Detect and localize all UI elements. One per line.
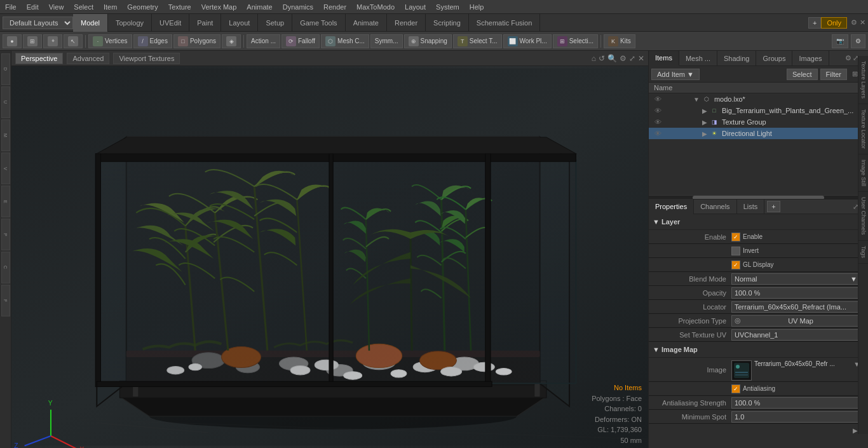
menu-maxtomodo[interactable]: MaxToModo: [351, 2, 400, 12]
tree-item-root[interactable]: 👁 ▼ ⬡ modo.lxo*: [649, 93, 868, 105]
sidebar-item-de[interactable]: D: [1, 53, 10, 85]
antialiasing-checkbox[interactable]: ✓: [731, 384, 740, 393]
tree-item-mesh[interactable]: 👁 ▶ □ Big_Terrarium_with_Plants_and_Gree…: [649, 105, 868, 116]
tab-schematic-fusion[interactable]: Schematic Fusion: [469, 14, 540, 32]
toolbar-polygons[interactable]: □ Polygons: [173, 34, 220, 48]
sidebar-item-em[interactable]: E: [1, 186, 10, 217]
texture-tab-tags[interactable]: Tags: [858, 241, 868, 264]
only-button[interactable]: Only: [821, 17, 847, 29]
viewport-tab-textures[interactable]: Viewport Textures: [113, 53, 180, 64]
tree-item-dirlight[interactable]: 👁 ▶ ☀ Directional Light: [649, 128, 868, 139]
tab-uvedit[interactable]: UVEdit: [152, 14, 189, 32]
menu-help[interactable]: Help: [465, 2, 489, 12]
viewport-expand-icon[interactable]: ⤢: [629, 54, 635, 63]
toolbar-work-pl[interactable]: ⬜ Work Pl...: [503, 34, 552, 48]
projection-dropdown[interactable]: ◎ UV Map ▼: [731, 315, 868, 327]
tree-arrow-mesh[interactable]: ▶: [702, 107, 707, 114]
toolbar-select-mode[interactable]: ↖: [64, 34, 83, 48]
tree-arrow-texgrp[interactable]: ▶: [702, 119, 707, 126]
layout-select[interactable]: Default Layouts: [3, 17, 73, 29]
tab-channels[interactable]: Channels: [694, 199, 736, 214]
tree-item-texgrp[interactable]: 👁 ▶ ◨ Texture Group: [649, 116, 868, 128]
toolbar-falloff[interactable]: ⟳ Falloff: [281, 34, 320, 48]
tab-model[interactable]: Model: [73, 14, 108, 32]
tab-properties[interactable]: Properties: [649, 199, 694, 214]
toolbar-select-t[interactable]: T Select T...: [453, 34, 502, 48]
add-item-button[interactable]: Add Item ▼: [651, 69, 700, 80]
menu-texture[interactable]: Texture: [163, 2, 196, 12]
locator-dropdown[interactable]: Terrarium_60x45x60_Refract (Ima... ▼: [731, 301, 868, 313]
tab-items[interactable]: Items: [649, 51, 679, 66]
image-map-arrow[interactable]: ▼: [653, 346, 660, 353]
invert-checkbox[interactable]: [731, 247, 740, 255]
toolbar-indicator[interactable]: ●: [3, 34, 22, 48]
viewport-close-icon[interactable]: ✕: [638, 54, 644, 63]
layer-arrow[interactable]: ▼: [653, 218, 660, 226]
toolbar-grid[interactable]: ⊞: [23, 34, 42, 48]
menu-select[interactable]: Select: [69, 2, 98, 12]
tab-topology[interactable]: Topology: [108, 14, 152, 32]
menu-dynamics[interactable]: Dynamics: [278, 2, 318, 12]
texture-tab-locator[interactable]: Texture Locator: [858, 104, 868, 154]
menu-geometry[interactable]: Geometry: [122, 2, 163, 12]
gl-display-checkbox[interactable]: ✓: [731, 261, 740, 269]
tab-gametools[interactable]: Game Tools: [292, 14, 346, 32]
menu-file[interactable]: File: [0, 2, 22, 12]
viewport-rotate-icon[interactable]: ↺: [599, 54, 605, 63]
tab-render[interactable]: Render: [387, 14, 426, 32]
panel-expand-icon[interactable]: ⊞: [852, 70, 858, 78]
viewport-home-icon[interactable]: ⌂: [592, 54, 596, 63]
toolbar-snapping[interactable]: ⊕ Snapping: [404, 34, 452, 48]
toolbar-settings-icon[interactable]: ⚙: [851, 34, 865, 48]
toolbar-action[interactable]: Action ...: [247, 34, 280, 48]
tab-mesh[interactable]: Mesh ...: [679, 51, 717, 66]
sidebar-item-f[interactable]: F: [1, 285, 10, 316]
toolbar-selecti[interactable]: ⊞ Selecti...: [553, 34, 598, 48]
tree-eye-dirlight[interactable]: 👁: [651, 130, 664, 137]
close-layout-icon[interactable]: ✕: [860, 18, 865, 27]
toolbar-edges[interactable]: / Edges: [133, 34, 172, 48]
tab-scripting[interactable]: Scripting: [426, 14, 469, 32]
tab-setup[interactable]: Setup: [258, 14, 292, 32]
toolbar-vertices[interactable]: · Vertices: [88, 34, 132, 48]
toolbar-kits[interactable]: K Kits: [604, 34, 635, 48]
add-layout-button[interactable]: +: [808, 17, 821, 29]
tab-animate[interactable]: Animate: [346, 14, 387, 32]
tab-lists[interactable]: Lists: [737, 199, 765, 214]
sidebar-item-po[interactable]: P: [1, 219, 10, 250]
sidebar-item-ve[interactable]: V: [1, 153, 10, 184]
min-spot-input[interactable]: [731, 411, 860, 423]
toolbar-mesh[interactable]: ⬡ Mesh C...: [321, 34, 369, 48]
props-add-tab-button[interactable]: +: [767, 201, 780, 212]
menu-render[interactable]: Render: [318, 2, 351, 12]
filter-button[interactable]: Filter: [820, 69, 847, 80]
sidebar-item-c[interactable]: C: [1, 252, 10, 283]
texture-tab-layers[interactable]: Texture Layers: [858, 56, 868, 104]
tree-eye-root[interactable]: 👁: [651, 95, 664, 103]
toolbar-camera-icon[interactable]: 📷: [832, 34, 848, 48]
tree-eye-mesh[interactable]: 👁: [651, 107, 664, 114]
select-button[interactable]: Select: [787, 69, 818, 80]
viewport-tab-perspective[interactable]: Perspective: [15, 53, 63, 64]
sidebar-item-me[interactable]: M: [1, 119, 10, 151]
viewport-zoom-icon[interactable]: 🔍: [607, 54, 617, 63]
tab-shading[interactable]: Shading: [717, 51, 756, 66]
tab-paint[interactable]: Paint: [189, 14, 221, 32]
blend-mode-dropdown[interactable]: Normal ▼: [731, 273, 860, 285]
aa-strength-input[interactable]: [731, 397, 860, 409]
tab-layout[interactable]: Layout: [221, 14, 258, 32]
tab-images[interactable]: Images: [792, 51, 829, 66]
tree-arrow-root[interactable]: ▼: [693, 96, 700, 103]
toolbar-mode-toggle[interactable]: ◈: [222, 34, 241, 48]
menu-item[interactable]: Item: [98, 2, 122, 12]
sidebar-item-du[interactable]: U: [1, 86, 10, 118]
menu-system[interactable]: System: [431, 2, 465, 12]
enable-checkbox[interactable]: ✓: [731, 233, 740, 241]
viewport-settings-icon[interactable]: ⚙: [620, 54, 627, 63]
toolbar-snap[interactable]: ⌖: [43, 34, 62, 48]
tree-eye-texgrp[interactable]: 👁: [651, 118, 664, 126]
texture-tab-image-still[interactable]: Image Still: [858, 154, 868, 192]
viewport-canvas[interactable]: X Y Z No Items Polygons : Face Channels:…: [11, 66, 648, 448]
menu-vertexmap[interactable]: Vertex Map: [196, 2, 242, 12]
settings-icon[interactable]: ⚙: [851, 18, 857, 27]
